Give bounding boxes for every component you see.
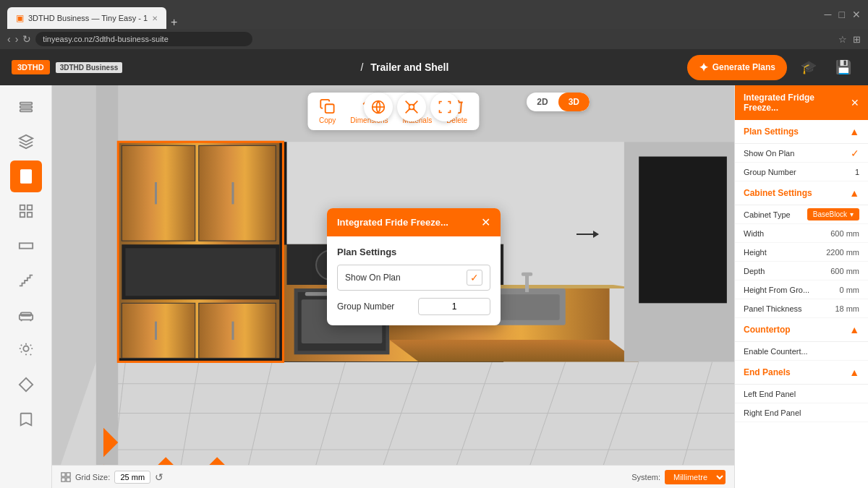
plan-settings-section-header: Plan Settings ▲: [735, 120, 868, 144]
layers-icon: [18, 99, 34, 115]
left-toolbar: [0, 85, 52, 488]
plan-settings-toggle[interactable]: ▲: [849, 126, 859, 137]
svg-rect-32: [199, 145, 276, 241]
right-end-panel-label: Right End Panel: [744, 408, 801, 417]
group-number-label: Group Number: [337, 301, 394, 312]
url-input[interactable]: [35, 32, 252, 46]
countertop-title: Countertop: [744, 325, 791, 335]
rp-group-number-row: Group Number 1: [735, 163, 868, 181]
grid-size-icon: [61, 472, 71, 482]
viewport[interactable]: Copy Dimensions Materials Delete: [52, 85, 734, 488]
toolbar-btn-stairs[interactable]: [10, 265, 42, 296]
svg-rect-34: [231, 182, 234, 204]
panel-thickness-row: Panel Thickness 18 mm: [735, 299, 868, 318]
end-panels-section-header: End Panels ▲: [735, 361, 868, 385]
right-panel-title: Integrated Fridge Freeze...: [744, 93, 851, 113]
toolbar-btn-cube[interactable]: [10, 126, 42, 158]
cabinet-type-button[interactable]: BaseBlock ▾: [807, 208, 859, 221]
cabinet-settings-toggle[interactable]: ▲: [849, 187, 859, 199]
cabinet-type-row: Cabinet Type BaseBlock ▾: [735, 205, 868, 224]
grid-size-input[interactable]: [114, 471, 150, 484]
svg-rect-37: [122, 303, 195, 358]
address-bar: ‹ › ↻ ☆ ⊞: [0, 29, 868, 49]
svg-rect-40: [231, 322, 234, 340]
tab-add-btn[interactable]: +: [171, 16, 177, 29]
toolbar-btn-layers[interactable]: [10, 91, 42, 123]
grid-reset-button[interactable]: ↺: [155, 471, 163, 483]
svg-point-12: [23, 346, 28, 351]
browser-maximize[interactable]: □: [839, 9, 845, 20]
copy-icon: [320, 98, 336, 114]
left-end-panel-row: Left End Panel: [735, 385, 868, 403]
copy-button[interactable]: Copy: [319, 98, 336, 124]
right-panel: Integrated Fridge Freeze... ✕ Plan Setti…: [734, 85, 868, 488]
enable-countertop-label: Enable Countert...: [744, 347, 808, 356]
svg-rect-8: [27, 213, 31, 217]
countertop-section-header: Countertop ▲: [735, 318, 868, 342]
perspective-button[interactable]: [397, 93, 426, 121]
browser-tabs: ▣ 3DTHD Business — Tiny Easy - 1 ✕ +: [7, 0, 177, 29]
show-on-plan-checkbox[interactable]: ✓: [467, 270, 482, 286]
height-row: Height 2200 mm: [735, 243, 868, 262]
height-from-ground-label: Height From Gro...: [744, 286, 809, 294]
system-select[interactable]: Millimetre: [665, 470, 726, 484]
width-row: Width 600 mm: [735, 224, 868, 243]
browser-tab-active[interactable]: ▣ 3DTHD Business — Tiny Easy - 1 ✕: [7, 7, 166, 29]
rp-show-on-plan-label: Show On Plan: [744, 149, 794, 158]
toolbar-btn-bookmark[interactable]: [10, 403, 42, 435]
svg-point-4: [27, 176, 29, 178]
dropdown-arrow-icon: ▾: [850, 210, 854, 218]
forward-btn[interactable]: ›: [15, 33, 19, 45]
reload-btn[interactable]: ↻: [22, 33, 31, 45]
integrated-fridge-popup: Integrated Fride Freeze... ✕ Plan Settin…: [327, 208, 501, 325]
right-end-panel-row: Right End Panel: [735, 403, 868, 422]
browser-chrome: ▣ 3DTHD Business — Tiny Easy - 1 ✕ + ─ □…: [0, 0, 868, 29]
fit-view-icon: [438, 100, 452, 114]
end-panels-title: End Panels: [744, 367, 791, 377]
countertop-toggle[interactable]: ▲: [849, 324, 859, 335]
popup-title: Integrated Fride Freeze...: [337, 217, 448, 228]
end-panels-toggle[interactable]: ▲: [849, 367, 859, 378]
svg-rect-36: [125, 248, 276, 296]
tab-close-btn[interactable]: ✕: [152, 14, 158, 22]
cube-icon: [18, 134, 34, 150]
popup-plan-settings-title: Plan Settings: [337, 247, 490, 257]
toolbar-btn-door[interactable]: [10, 160, 42, 192]
view-2d-button[interactable]: 2D: [527, 93, 558, 111]
toolbar-btn-sofa[interactable]: [10, 299, 42, 331]
width-value: 600 mm: [830, 229, 859, 238]
view-3d-button[interactable]: 3D: [558, 93, 590, 111]
toolbar-btn-fill[interactable]: [10, 369, 42, 401]
browser-minimize[interactable]: ─: [825, 9, 832, 20]
toolbar-btn-grid[interactable]: [10, 195, 42, 227]
browser-close[interactable]: ✕: [852, 9, 861, 20]
back-btn[interactable]: ‹: [7, 33, 11, 45]
save-button[interactable]: 💾: [830, 54, 856, 80]
panel-thickness-value: 18 mm: [835, 304, 859, 313]
grid-size-section: Grid Size: ↺: [61, 471, 163, 484]
popup-body: Plan Settings Show On Plan ✓ Group Numbe…: [327, 236, 501, 325]
left-end-panel-label: Left End Panel: [744, 390, 796, 398]
rp-show-on-plan-check[interactable]: ✓: [851, 147, 859, 159]
svg-rect-39: [155, 322, 157, 340]
popup-close-button[interactable]: ✕: [481, 215, 490, 229]
tab-favicon: ▣: [16, 13, 24, 23]
view-mode-buttons: 2D 3D: [527, 93, 590, 111]
svg-rect-59: [639, 157, 727, 304]
help-button[interactable]: 🎓: [796, 54, 822, 80]
group-number-input[interactable]: [418, 298, 490, 315]
orbit-button[interactable]: [364, 93, 393, 121]
rp-group-number-label: Group Number: [744, 168, 796, 176]
bookmark-star-icon: ☆: [838, 34, 847, 45]
fit-view-button[interactable]: [430, 93, 459, 121]
right-panel-close-button[interactable]: ✕: [851, 97, 859, 108]
toolbar-btn-light[interactable]: [10, 334, 42, 366]
svg-rect-1: [20, 106, 32, 108]
main-area: Copy Dimensions Materials Delete: [0, 85, 868, 488]
toolbar-btn-wall[interactable]: [10, 230, 42, 262]
save-icon: 💾: [835, 59, 851, 75]
generate-plans-button[interactable]: ✦ Generate Plans: [687, 55, 787, 80]
logo-3dthd: 3DTHD: [12, 60, 50, 74]
svg-rect-55: [498, 294, 559, 320]
enable-countertop-row: Enable Countert...: [735, 342, 868, 361]
